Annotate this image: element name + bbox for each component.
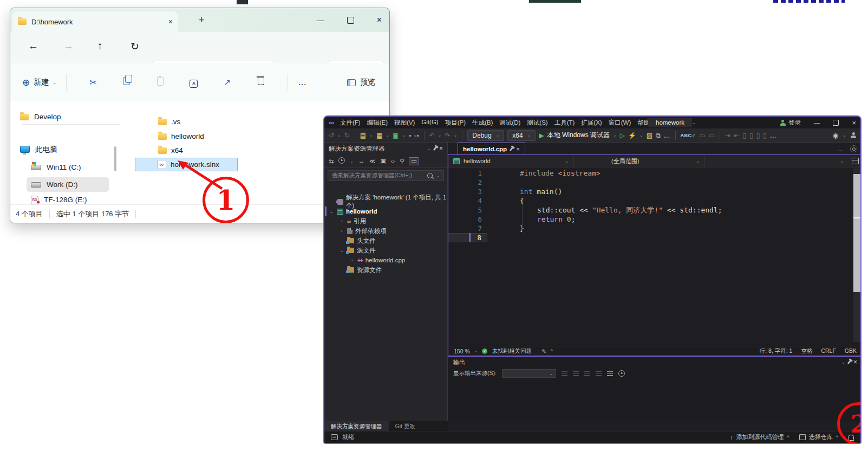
split-window-icon[interactable] — [852, 158, 859, 164]
vs-menu-item[interactable]: 视图(V) — [391, 118, 417, 128]
more-options-button[interactable]: … — [298, 78, 308, 87]
goto-next-icon[interactable] — [607, 371, 613, 376]
delete-button[interactable] — [244, 77, 278, 88]
sign-in-button[interactable]: 登录 — [780, 119, 801, 127]
platform-dropdown[interactable]: x64 ⌄ — [507, 130, 536, 141]
chevron-down-icon[interactable]: ⌄ — [841, 360, 845, 365]
back-button[interactable]: ← — [28, 40, 38, 52]
toolbar-overflow-button[interactable]: … — [770, 132, 776, 139]
navigate-back-icon[interactable]: ↺ — [329, 132, 334, 139]
tab-close-icon[interactable]: × — [168, 17, 173, 26]
uncomment-icon[interactable]: ▭ — [709, 132, 715, 139]
maximize-button[interactable] — [347, 17, 354, 24]
solution-tree-item[interactable]: ⌄源文件 — [324, 246, 447, 255]
bookmark-icon[interactable]: ▯ — [742, 132, 746, 139]
add-item-icon[interactable]: ▣ — [393, 132, 399, 139]
vs-menu-item[interactable]: 编辑(E) — [364, 118, 390, 128]
panel-tab[interactable]: Git 更改 — [389, 421, 422, 432]
breadcrumb-scope-dropdown[interactable]: (全局范围) ⌄ — [574, 155, 705, 167]
cut-button[interactable]: ✂ — [76, 77, 110, 88]
solution-search-box[interactable]: 搜索解决方案资源管理器(Ctrl+;) ⌄ — [328, 170, 444, 181]
find-in-files-icon[interactable]: ▨ — [647, 132, 652, 139]
output-source-dropdown[interactable]: ⌄ — [502, 369, 556, 378]
start-without-debugging-icon[interactable]: ▷ — [620, 132, 625, 139]
sidebar-scrollbar[interactable] — [114, 146, 116, 171]
chevron-down-icon[interactable]: ⌄ — [350, 159, 354, 164]
forward-button[interactable]: → — [63, 40, 74, 52]
chevron-down-icon[interactable]: ⌄ — [339, 248, 344, 253]
chevron-down-icon[interactable]: ⌄ — [337, 133, 341, 138]
chevron-right-icon[interactable]: › — [339, 218, 344, 224]
scrollbar-thumb[interactable] — [853, 174, 860, 292]
explorer-sidebar-item[interactable]: Win11 (C:) — [27, 160, 109, 175]
find-message-icon[interactable] — [562, 371, 567, 376]
share-button[interactable]: ↗ — [211, 77, 244, 88]
solution-tree-item[interactable]: 头文件 — [324, 236, 447, 246]
code-cleanup-icon[interactable]: ✎ — [541, 348, 546, 354]
pin-icon[interactable] — [433, 146, 437, 151]
caret-up-icon[interactable]: ^ — [551, 349, 553, 354]
chevron-down-icon[interactable]: ⌄ — [369, 133, 373, 138]
rename-button[interactable]: A — [177, 77, 211, 88]
close-tab-icon[interactable]: × — [516, 146, 520, 152]
vs-menu-item[interactable]: 窗口(W) — [606, 118, 634, 128]
refresh-button[interactable]: ↻ — [130, 40, 139, 53]
vs-menu-item[interactable]: 项目(P) — [442, 118, 468, 128]
minimize-button[interactable]: — — [317, 16, 324, 24]
new-file-icon[interactable]: ▤ — [360, 132, 366, 139]
explorer-sidebar-item[interactable]: Work (D:) — [27, 177, 109, 192]
gear-icon[interactable] — [850, 145, 857, 152]
file-list-item[interactable]: helloworld — [135, 130, 238, 143]
vs-menu-item[interactable]: Git(G) — [419, 118, 441, 128]
pending-changes-icon[interactable] — [338, 157, 345, 165]
redo-icon[interactable]: ↷ — [445, 132, 451, 139]
live-share-icon[interactable]: ◉ — [833, 132, 838, 139]
clear-all-icon[interactable] — [573, 371, 579, 376]
editor-scrollbar[interactable] — [853, 169, 860, 342]
solution-tree-item[interactable]: ›外部依赖项 — [324, 226, 447, 236]
clear-bookmarks-icon[interactable]: ▯ — [763, 132, 767, 139]
save-icon[interactable]: ▪ — [409, 132, 411, 139]
chevron-down-icon[interactable]: ⌄ — [427, 146, 431, 151]
word-wrap-icon[interactable] — [584, 371, 590, 376]
chevron-right-icon[interactable]: › — [339, 228, 344, 234]
pin-icon[interactable] — [847, 360, 851, 364]
chevron-down-icon[interactable]: ⌄ — [329, 209, 334, 214]
feedback-icon[interactable] — [331, 434, 338, 440]
hot-reload-icon[interactable]: ⚡ — [628, 132, 636, 139]
chevron-down-icon[interactable]: ⌄ — [474, 349, 478, 353]
close-button[interactable]: × — [852, 119, 856, 127]
comment-icon[interactable]: ▭ — [700, 132, 706, 139]
close-panel-icon[interactable]: × — [853, 358, 857, 366]
navigate-forward-icon[interactable]: ↻ — [344, 132, 350, 139]
code-view-icon[interactable]: ‹› — [391, 158, 395, 164]
breadcrumb-project-dropdown[interactable]: helloworld ⌄ — [448, 155, 574, 167]
undo-icon[interactable]: ↶ — [429, 132, 435, 139]
sync-icon[interactable]: ↔ — [358, 158, 364, 164]
code-editor[interactable]: 1#include <iostream>23int main()4{5std::… — [448, 169, 862, 242]
vs-menu-item[interactable]: 文件(F) — [337, 118, 363, 128]
chevron-down-icon[interactable]: ⌄ — [454, 133, 458, 138]
switch-views-icon[interactable]: ⇆ — [329, 158, 334, 165]
chevron-down-icon[interactable]: ⌄ — [438, 133, 442, 138]
solution-platforms-icon[interactable]: ⧉ — [656, 132, 661, 139]
editor-tab-helloworld[interactable]: helloworld.cpp × — [458, 143, 525, 154]
autoscroll-icon[interactable] — [596, 371, 602, 376]
show-all-files-icon[interactable]: ▣ — [380, 158, 386, 165]
select-repository-button[interactable]: 选择仓库 ^ — [799, 433, 838, 441]
file-list-item[interactable]: x64 — [135, 144, 238, 157]
chevron-down-icon[interactable]: ⌄ — [843, 133, 846, 138]
vs-menu-item[interactable]: 测试(S) — [524, 118, 550, 128]
start-debugging-button[interactable]: ▶ 本地 Windows 调试器 ⌄ — [539, 131, 616, 140]
vs-menu-item[interactable]: 调试(D) — [497, 118, 523, 128]
close-button[interactable]: × — [377, 15, 382, 25]
tab-overflow-button[interactable]: … — [838, 146, 844, 152]
paste-button[interactable] — [143, 77, 177, 88]
new-button[interactable]: ⊕ 新建 ⌄ — [22, 77, 56, 88]
maximize-button[interactable] — [833, 120, 839, 126]
preview-selected-items-button[interactable]: ▭ — [409, 157, 419, 165]
vs-menu-item[interactable]: 工具(T) — [552, 118, 578, 128]
health-status[interactable]: 未找到相关问题 — [492, 347, 532, 355]
solution-tree-item[interactable]: 解决方案 'homework' (1 个项目, 共 1 个) — [324, 197, 447, 207]
chevron-down-icon[interactable]: ⌄ — [386, 133, 389, 138]
